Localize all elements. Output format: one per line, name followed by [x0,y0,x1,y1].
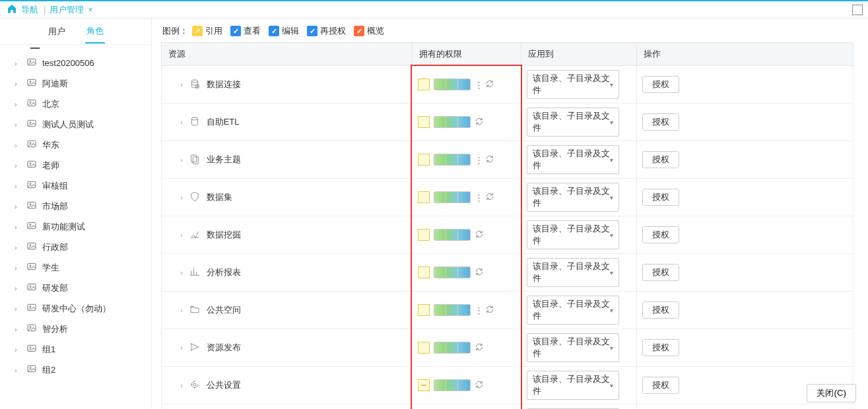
perm-view-box[interactable] [434,79,446,90]
resource-name-cell[interactable]: ›业务主题 [167,154,407,166]
tree-item[interactable]: ›智分析 [0,319,151,339]
authorize-button[interactable]: 授权 [642,339,679,356]
authorize-button[interactable]: 授权 [642,226,679,243]
apply-to-select[interactable]: 该目录、子目录及文件▾ [527,371,619,400]
tree-item[interactable]: ›华东 [0,135,151,155]
legend-check-reauth[interactable]: ✓ [307,26,317,36]
tab-user-management[interactable]: 用户管理 × [50,4,92,16]
perm-edit-box[interactable] [446,79,458,90]
perm-edit-box[interactable] [446,154,458,166]
resource-name-cell[interactable]: ›公共设置 [167,379,407,392]
authorize-button[interactable]: 授权 [642,189,679,206]
authorize-button[interactable]: 授权 [642,264,679,281]
resource-name-cell[interactable]: ›自助ETL [167,116,407,129]
perm-group[interactable] [434,79,471,90]
tree-item[interactable]: ›北京 [0,94,151,114]
perm-view-box[interactable] [434,117,446,128]
perm-view-box[interactable] [434,380,446,391]
refresh-icon[interactable] [485,79,494,90]
perm-view-box[interactable] [434,305,446,316]
perm-group[interactable] [434,229,471,241]
legend-check-overview[interactable]: ✓ [354,26,364,36]
nav-breadcrumb[interactable]: 导航 [21,4,38,16]
perm-group[interactable] [434,116,471,128]
window-control-box[interactable] [852,5,863,15]
perm-ref-box[interactable] [418,229,430,241]
perm-ref-box[interactable] [418,191,430,203]
authorize-button[interactable]: 授权 [642,377,679,394]
authorize-button[interactable]: 授权 [642,301,679,319]
perm-ref-box[interactable] [418,304,430,316]
authorize-button[interactable]: 授权 [642,113,679,131]
apply-to-select[interactable]: 该目录、子目录及文件▾ [527,145,619,174]
perm-group[interactable] [434,191,471,203]
perm-reauth-box[interactable] [458,230,470,241]
refresh-icon[interactable] [485,154,494,166]
apply-to-select[interactable]: 该目录、子目录及文件▾ [527,258,619,287]
perm-view-box[interactable] [434,342,446,354]
perm-view-box[interactable] [434,267,446,278]
refresh-icon[interactable] [475,380,484,391]
perm-ref-box[interactable] [418,154,430,166]
resource-name-cell[interactable]: ›分析报表 [167,267,407,279]
tree-item[interactable]: ›组2 [0,360,151,380]
tree-item[interactable]: ›测试人员测试 [0,114,151,135]
tree-item[interactable]: ›研发中心（勿动） [0,298,151,319]
permission-cell[interactable] [418,267,516,278]
apply-to-select[interactable]: 该目录、子目录及文件▾ [527,333,619,362]
close-button[interactable]: 关闭(C) [807,384,856,402]
refresh-icon[interactable] [475,342,484,354]
permission-cell[interactable]: ⋮ [418,154,516,166]
permission-cell[interactable] [418,379,516,391]
perm-reauth-box[interactable] [458,380,470,391]
tree-item[interactable]: ›老师 [0,155,151,175]
perm-edit-box[interactable] [446,267,458,278]
perm-reauth-box[interactable] [458,342,470,354]
resource-name-cell[interactable]: ›数据集 [167,191,407,204]
more-dots-icon[interactable]: ⋮ [475,156,483,164]
perm-reauth-box[interactable] [458,267,470,278]
perm-view-box[interactable] [434,154,446,166]
perm-ref-box[interactable] [418,379,430,391]
refresh-icon[interactable] [485,305,494,316]
perm-edit-box[interactable] [446,342,458,354]
tree-item[interactable]: ›研发部 [0,278,151,298]
authorize-button[interactable]: 授权 [642,76,679,93]
refresh-icon[interactable] [475,117,484,128]
home-icon[interactable] [7,3,17,16]
more-dots-icon[interactable]: ⋮ [475,306,483,315]
perm-reauth-box[interactable] [458,305,470,316]
legend-check-view[interactable]: ✓ [230,26,241,36]
perm-view-box[interactable] [434,230,446,241]
perm-view-box[interactable] [434,192,446,203]
perm-reauth-box[interactable] [458,117,470,128]
perm-reauth-box[interactable] [458,192,470,203]
permission-cell[interactable] [418,342,516,354]
tree-item[interactable]: ›阿迪斯 [0,73,151,94]
perm-ref-box[interactable] [418,79,430,90]
tree-item[interactable]: ›test20200506 [0,53,151,73]
apply-to-select[interactable]: 该目录、子目录及文件▾ [527,108,619,137]
perm-group[interactable] [434,267,471,278]
sidebar-tab-user[interactable]: 用户 [47,20,67,43]
apply-to-select[interactable]: 该目录、子目录及文件▾ [527,220,619,249]
permission-cell[interactable]: ⋮ [418,304,516,316]
authorize-button[interactable]: 授权 [642,151,679,168]
resource-name-cell[interactable]: ›数据挖掘 [167,229,407,241]
perm-edit-box[interactable] [446,230,458,241]
resource-name-cell[interactable]: ›数据连接 [167,79,407,91]
perm-edit-box[interactable] [446,117,458,128]
apply-to-select[interactable]: 该目录、子目录及文件▾ [527,183,619,212]
perm-ref-box[interactable] [418,267,430,278]
perm-edit-box[interactable] [446,192,458,203]
perm-group[interactable] [434,342,471,354]
apply-to-select[interactable]: 该目录、子目录及文件▾ [527,70,619,99]
refresh-icon[interactable] [485,192,494,203]
perm-edit-box[interactable] [446,305,458,316]
resource-name-cell[interactable]: ›公共空间 [167,304,407,317]
legend-check-edit[interactable]: ✓ [269,26,279,36]
tree-item[interactable]: ›市场部 [0,196,151,216]
perm-ref-box[interactable] [418,116,430,128]
more-dots-icon[interactable]: ⋮ [475,193,483,202]
tree-item[interactable]: ›组1 [0,339,151,360]
